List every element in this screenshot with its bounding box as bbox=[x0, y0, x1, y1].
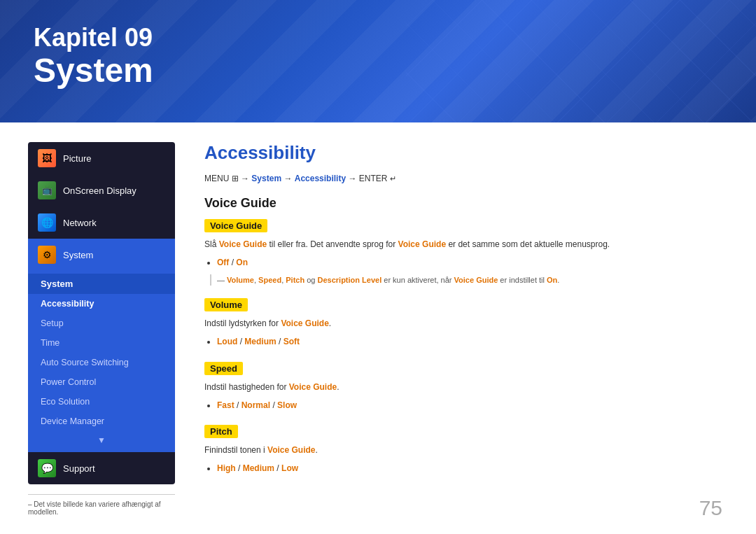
submenu-down-arrow[interactable]: ▼ bbox=[28, 431, 175, 449]
vg-option: Off / On bbox=[217, 255, 721, 269]
header-decoration bbox=[406, 0, 756, 122]
volume-option: Loud / Medium / Soft bbox=[217, 335, 721, 349]
slow-highlight: Slow bbox=[277, 400, 297, 410]
pch-vg-highlight: Voice Guide bbox=[267, 445, 315, 455]
system-label: System bbox=[63, 250, 93, 260]
image-note: – Det viste billede kan variere afhængig… bbox=[28, 494, 175, 516]
support-icon: 💬 bbox=[38, 459, 56, 477]
note-desc: Description Level bbox=[318, 276, 382, 284]
voice-guide-note: ― Volume, Speed, Pitch og Description Le… bbox=[210, 274, 721, 286]
enter-icon: ↵ bbox=[390, 174, 396, 183]
menu-icon-bc: ⊞ bbox=[232, 174, 241, 183]
system-icon: ⚙ bbox=[38, 246, 56, 264]
fast-highlight: Fast bbox=[217, 400, 234, 410]
arrow1: → bbox=[241, 174, 251, 183]
section-speed: Speed Indstil hastigheden for Voice Guid… bbox=[204, 362, 721, 413]
medium-highlight: Medium bbox=[244, 337, 276, 346]
speed-badge: Speed bbox=[204, 362, 243, 375]
enter-label: ENTER bbox=[359, 174, 390, 183]
submenu-item-setup[interactable]: Setup bbox=[28, 314, 175, 333]
submenu-item-eco[interactable]: Eco Solution bbox=[28, 392, 175, 412]
loud-highlight: Loud bbox=[217, 337, 237, 346]
submenu-item-device[interactable]: Device Manager bbox=[28, 412, 175, 431]
breadcrumb: MENU ⊞ → System → Accessibility → ENTER … bbox=[204, 174, 721, 183]
voice-guide-badge: Voice Guide bbox=[204, 219, 267, 232]
main-content: 🖼 Picture 📺 OnScreen Display 🌐 Network ⚙… bbox=[0, 122, 756, 534]
section-voice-guide: Voice Guide Slå Voice Guide til eller fr… bbox=[204, 219, 721, 286]
menu-label-bc: MENU bbox=[204, 174, 232, 183]
network-label: Network bbox=[63, 218, 97, 228]
pitch-bullets: High / Medium / Low bbox=[217, 461, 721, 475]
vol-vg-highlight: Voice Guide bbox=[281, 318, 328, 328]
off-highlight: Off bbox=[217, 258, 229, 267]
pitch-badge: Pitch bbox=[204, 425, 238, 438]
sidebar-item-onscreen[interactable]: 📺 OnScreen Display bbox=[28, 174, 175, 206]
speed-option: Fast / Normal / Slow bbox=[217, 398, 721, 412]
sidebar-item-picture[interactable]: 🖼 Picture bbox=[28, 142, 175, 174]
accessibility-bc: Accessibility bbox=[295, 174, 346, 183]
on-highlight: On bbox=[236, 258, 248, 267]
normal-highlight: Normal bbox=[241, 400, 270, 410]
arrow3: → bbox=[348, 174, 358, 183]
header-title-block: Kapitel 09 System bbox=[34, 22, 153, 90]
section-label: System bbox=[34, 52, 153, 90]
note-vg: Voice Guide bbox=[454, 276, 498, 284]
system-bc: System bbox=[251, 174, 281, 183]
voice-guide-heading: Voice Guide bbox=[204, 196, 721, 211]
note-pitch: Pitch bbox=[286, 276, 304, 284]
submenu-item-power[interactable]: Power Control bbox=[28, 372, 175, 392]
vg-highlight2: Voice Guide bbox=[398, 239, 446, 249]
speed-desc: Indstil hastigheden for Voice Guide. bbox=[204, 381, 721, 394]
support-label: Support bbox=[63, 463, 95, 474]
section-pitch: Pitch Finindstil tonen i Voice Guide. Hi… bbox=[204, 425, 721, 476]
volume-desc: Indstil lydstyrken for Voice Guide. bbox=[204, 317, 721, 330]
sidebar-item-network[interactable]: 🌐 Network bbox=[28, 206, 175, 239]
submenu-item-autosource[interactable]: Auto Source Switching bbox=[28, 353, 175, 372]
sidebar-item-system[interactable]: ⚙ System bbox=[28, 239, 175, 271]
menu-panel: 🖼 Picture 📺 OnScreen Display 🌐 Network ⚙… bbox=[28, 142, 175, 520]
chapter-label: Kapitel 09 bbox=[34, 22, 153, 52]
voice-guide-desc: Slå Voice Guide til eller fra. Det anven… bbox=[204, 238, 721, 251]
onscreen-icon: 📺 bbox=[38, 181, 56, 199]
menu-container: 🖼 Picture 📺 OnScreen Display 🌐 Network ⚙… bbox=[28, 142, 175, 484]
volume-bullets: Loud / Medium / Soft bbox=[217, 335, 721, 349]
soft-highlight: Soft bbox=[284, 337, 300, 346]
sidebar-item-support[interactable]: 💬 Support bbox=[28, 452, 175, 484]
high-highlight: High bbox=[217, 463, 236, 473]
picture-icon: 🖼 bbox=[38, 149, 56, 167]
volume-badge: Volume bbox=[204, 298, 248, 311]
speed-bullets: Fast / Normal / Slow bbox=[217, 398, 721, 412]
content-area: Accessibility MENU ⊞ → System → Accessib… bbox=[197, 142, 728, 520]
page-number: 75 bbox=[699, 496, 722, 520]
arrow2: → bbox=[284, 174, 294, 183]
note-speed: Speed bbox=[258, 276, 281, 284]
content-title: Accessibility bbox=[204, 142, 721, 164]
system-submenu: System Accessibility Setup Time Auto Sou… bbox=[28, 271, 175, 452]
note-on: On bbox=[547, 276, 557, 284]
vg-highlight1: Voice Guide bbox=[219, 239, 267, 249]
submenu-header: System bbox=[28, 274, 175, 294]
voice-guide-bullets: Off / On bbox=[217, 255, 721, 269]
p-medium-highlight: Medium bbox=[243, 463, 274, 473]
section-volume: Volume Indstil lydstyrken for Voice Guid… bbox=[204, 298, 721, 349]
network-icon: 🌐 bbox=[38, 213, 56, 232]
submenu-item-time[interactable]: Time bbox=[28, 333, 175, 353]
submenu-item-accessibility[interactable]: Accessibility bbox=[28, 294, 175, 314]
spd-vg-highlight: Voice Guide bbox=[289, 382, 337, 392]
onscreen-label: OnScreen Display bbox=[63, 185, 136, 196]
page-header: Kapitel 09 System bbox=[0, 0, 756, 122]
note-volume: Volume bbox=[227, 276, 254, 284]
picture-label: Picture bbox=[63, 153, 91, 164]
pitch-option: High / Medium / Low bbox=[217, 461, 721, 475]
low-highlight: Low bbox=[281, 463, 298, 473]
pitch-desc: Finindstil tonen i Voice Guide. bbox=[204, 444, 721, 457]
